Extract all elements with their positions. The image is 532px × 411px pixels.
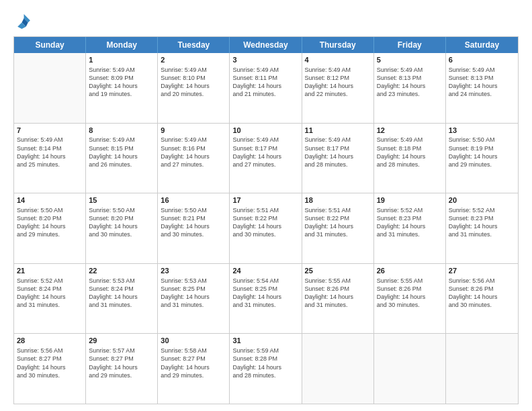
cal-cell: 28Sunrise: 5:56 AM Sunset: 8:27 PM Dayli… xyxy=(14,334,86,404)
day-number: 27 xyxy=(449,266,515,276)
cal-cell xyxy=(302,334,374,404)
day-info: Sunrise: 5:51 AM Sunset: 8:22 PM Dayligh… xyxy=(232,206,298,239)
day-info: Sunrise: 5:55 AM Sunset: 8:26 PM Dayligh… xyxy=(305,277,371,310)
day-number: 18 xyxy=(305,195,371,205)
cal-row-5: 28Sunrise: 5:56 AM Sunset: 8:27 PM Dayli… xyxy=(14,334,518,404)
cal-cell: 30Sunrise: 5:58 AM Sunset: 8:27 PM Dayli… xyxy=(158,334,230,404)
header-day-tuesday: Tuesday xyxy=(158,37,230,53)
day-number: 10 xyxy=(232,126,298,136)
cal-cell: 4Sunrise: 5:49 AM Sunset: 8:12 PM Daylig… xyxy=(302,53,374,123)
cal-cell xyxy=(374,334,446,404)
day-number: 9 xyxy=(161,126,226,136)
day-number: 24 xyxy=(232,266,298,276)
day-number: 2 xyxy=(161,55,226,65)
day-info: Sunrise: 5:49 AM Sunset: 8:13 PM Dayligh… xyxy=(449,66,515,99)
day-number: 4 xyxy=(305,55,371,65)
day-info: Sunrise: 5:49 AM Sunset: 8:09 PM Dayligh… xyxy=(89,66,154,99)
day-number: 15 xyxy=(89,195,154,205)
day-number: 8 xyxy=(89,126,154,136)
cal-cell: 10Sunrise: 5:49 AM Sunset: 8:17 PM Dayli… xyxy=(230,124,302,193)
day-number: 31 xyxy=(232,336,298,346)
cal-cell: 13Sunrise: 5:50 AM Sunset: 8:19 PM Dayli… xyxy=(446,124,518,193)
header-day-thursday: Thursday xyxy=(302,37,374,53)
calendar: SundayMondayTuesdayWednesdayThursdayFrid… xyxy=(13,36,519,404)
day-number: 30 xyxy=(161,336,226,346)
logo xyxy=(13,12,35,31)
day-info: Sunrise: 5:49 AM Sunset: 8:18 PM Dayligh… xyxy=(377,136,443,169)
cal-cell xyxy=(446,334,518,404)
header-day-sunday: Sunday xyxy=(14,37,86,53)
day-number: 14 xyxy=(17,195,83,205)
day-info: Sunrise: 5:49 AM Sunset: 8:12 PM Dayligh… xyxy=(305,66,371,99)
cal-cell: 20Sunrise: 5:52 AM Sunset: 8:23 PM Dayli… xyxy=(446,193,518,263)
cal-cell: 2Sunrise: 5:49 AM Sunset: 8:10 PM Daylig… xyxy=(158,53,230,123)
day-number: 12 xyxy=(377,126,443,136)
day-number: 23 xyxy=(161,266,226,276)
day-number: 3 xyxy=(232,55,298,65)
cal-cell: 14Sunrise: 5:50 AM Sunset: 8:20 PM Dayli… xyxy=(14,193,86,263)
day-info: Sunrise: 5:49 AM Sunset: 8:10 PM Dayligh… xyxy=(161,66,226,99)
day-number: 5 xyxy=(377,55,443,65)
calendar-body: 1Sunrise: 5:49 AM Sunset: 8:09 PM Daylig… xyxy=(14,53,518,404)
cal-cell: 1Sunrise: 5:49 AM Sunset: 8:09 PM Daylig… xyxy=(86,53,158,123)
header-day-friday: Friday xyxy=(374,37,446,53)
header-day-monday: Monday xyxy=(86,37,158,53)
day-number: 13 xyxy=(449,126,515,136)
day-info: Sunrise: 5:52 AM Sunset: 8:23 PM Dayligh… xyxy=(377,206,443,239)
day-info: Sunrise: 5:57 AM Sunset: 8:27 PM Dayligh… xyxy=(89,347,154,379)
day-info: Sunrise: 5:50 AM Sunset: 8:21 PM Dayligh… xyxy=(161,206,226,239)
day-info: Sunrise: 5:50 AM Sunset: 8:20 PM Dayligh… xyxy=(17,206,83,239)
day-info: Sunrise: 5:50 AM Sunset: 8:19 PM Dayligh… xyxy=(449,136,515,169)
page: SundayMondayTuesdayWednesdayThursdayFrid… xyxy=(0,0,532,411)
cal-cell: 19Sunrise: 5:52 AM Sunset: 8:23 PM Dayli… xyxy=(374,193,446,263)
day-info: Sunrise: 5:58 AM Sunset: 8:27 PM Dayligh… xyxy=(161,347,226,379)
day-info: Sunrise: 5:52 AM Sunset: 8:24 PM Dayligh… xyxy=(17,277,83,310)
day-info: Sunrise: 5:49 AM Sunset: 8:17 PM Dayligh… xyxy=(305,136,371,169)
cal-row-4: 21Sunrise: 5:52 AM Sunset: 8:24 PM Dayli… xyxy=(14,264,518,334)
header-day-saturday: Saturday xyxy=(446,37,518,53)
day-info: Sunrise: 5:52 AM Sunset: 8:23 PM Dayligh… xyxy=(449,206,515,239)
logo-icon xyxy=(13,12,32,31)
day-number: 22 xyxy=(89,266,154,276)
day-info: Sunrise: 5:49 AM Sunset: 8:11 PM Dayligh… xyxy=(232,66,298,99)
cal-cell xyxy=(14,53,86,123)
cal-cell: 25Sunrise: 5:55 AM Sunset: 8:26 PM Dayli… xyxy=(302,264,374,334)
day-number: 28 xyxy=(17,336,83,346)
day-info: Sunrise: 5:49 AM Sunset: 8:15 PM Dayligh… xyxy=(89,136,154,169)
day-info: Sunrise: 5:51 AM Sunset: 8:22 PM Dayligh… xyxy=(305,206,371,239)
cal-cell: 16Sunrise: 5:50 AM Sunset: 8:21 PM Dayli… xyxy=(158,193,230,263)
day-info: Sunrise: 5:53 AM Sunset: 8:25 PM Dayligh… xyxy=(161,277,226,310)
day-number: 25 xyxy=(305,266,371,276)
day-info: Sunrise: 5:53 AM Sunset: 8:24 PM Dayligh… xyxy=(89,277,154,310)
cal-cell: 7Sunrise: 5:49 AM Sunset: 8:14 PM Daylig… xyxy=(14,124,86,193)
cal-cell: 24Sunrise: 5:54 AM Sunset: 8:25 PM Dayli… xyxy=(230,264,302,334)
cal-row-1: 1Sunrise: 5:49 AM Sunset: 8:09 PM Daylig… xyxy=(14,53,518,124)
day-info: Sunrise: 5:56 AM Sunset: 8:27 PM Dayligh… xyxy=(17,347,83,379)
cal-cell: 22Sunrise: 5:53 AM Sunset: 8:24 PM Dayli… xyxy=(86,264,158,334)
day-number: 20 xyxy=(449,195,515,205)
cal-cell: 21Sunrise: 5:52 AM Sunset: 8:24 PM Dayli… xyxy=(14,264,86,334)
day-number: 21 xyxy=(17,266,83,276)
cal-row-2: 7Sunrise: 5:49 AM Sunset: 8:14 PM Daylig… xyxy=(14,124,518,194)
cal-cell: 27Sunrise: 5:56 AM Sunset: 8:26 PM Dayli… xyxy=(446,264,518,334)
cal-cell: 9Sunrise: 5:49 AM Sunset: 8:16 PM Daylig… xyxy=(158,124,230,193)
cal-cell: 3Sunrise: 5:49 AM Sunset: 8:11 PM Daylig… xyxy=(230,53,302,123)
cal-cell: 18Sunrise: 5:51 AM Sunset: 8:22 PM Dayli… xyxy=(302,193,374,263)
cal-cell: 5Sunrise: 5:49 AM Sunset: 8:13 PM Daylig… xyxy=(374,53,446,123)
day-info: Sunrise: 5:59 AM Sunset: 8:28 PM Dayligh… xyxy=(232,347,298,379)
day-number: 1 xyxy=(89,55,154,65)
day-info: Sunrise: 5:49 AM Sunset: 8:14 PM Dayligh… xyxy=(17,136,83,169)
day-number: 6 xyxy=(449,55,515,65)
header xyxy=(13,12,519,31)
day-number: 19 xyxy=(377,195,443,205)
day-info: Sunrise: 5:49 AM Sunset: 8:17 PM Dayligh… xyxy=(232,136,298,169)
day-info: Sunrise: 5:49 AM Sunset: 8:16 PM Dayligh… xyxy=(161,136,226,169)
day-info: Sunrise: 5:55 AM Sunset: 8:26 PM Dayligh… xyxy=(377,277,443,310)
cal-cell: 29Sunrise: 5:57 AM Sunset: 8:27 PM Dayli… xyxy=(86,334,158,404)
day-number: 26 xyxy=(377,266,443,276)
cal-cell: 6Sunrise: 5:49 AM Sunset: 8:13 PM Daylig… xyxy=(446,53,518,123)
header-day-wednesday: Wednesday xyxy=(230,37,302,53)
cal-cell: 12Sunrise: 5:49 AM Sunset: 8:18 PM Dayli… xyxy=(374,124,446,193)
cal-cell: 17Sunrise: 5:51 AM Sunset: 8:22 PM Dayli… xyxy=(230,193,302,263)
day-number: 16 xyxy=(161,195,226,205)
